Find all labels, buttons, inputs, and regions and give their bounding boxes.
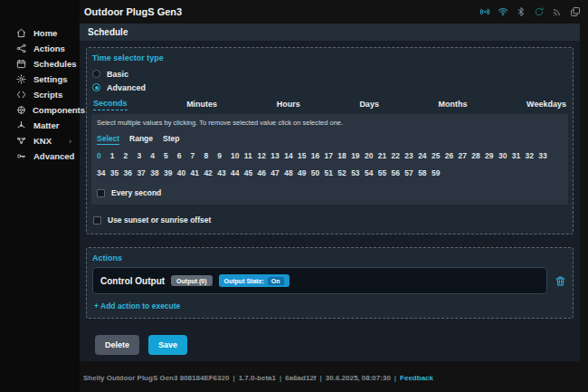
- second-value-28[interactable]: 28: [471, 151, 485, 160]
- second-value-53[interactable]: 53: [351, 168, 365, 177]
- second-value-10[interactable]: 10: [231, 151, 244, 160]
- second-value-42[interactable]: 42: [204, 168, 217, 177]
- picker-tab-step[interactable]: Step: [163, 134, 179, 145]
- tab-minutes[interactable]: Minutes: [186, 100, 217, 110]
- second-value-47[interactable]: 47: [270, 168, 284, 177]
- every-second-checkbox[interactable]: [97, 189, 105, 197]
- second-value-7[interactable]: 7: [191, 151, 204, 160]
- second-value-2[interactable]: 2: [124, 151, 138, 160]
- second-value-45[interactable]: 45: [244, 168, 258, 177]
- add-action-link[interactable]: + Add action to execute: [94, 301, 180, 311]
- second-value-11[interactable]: 11: [244, 151, 258, 160]
- sidebar-item-scripts[interactable]: Scripts: [0, 87, 80, 102]
- radio-icon[interactable]: [92, 70, 100, 78]
- save-button[interactable]: Save: [148, 335, 187, 355]
- second-value-14[interactable]: 14: [284, 151, 298, 160]
- delete-button[interactable]: Delete: [95, 335, 139, 355]
- sidebar-item-knx[interactable]: KNX›: [0, 133, 80, 148]
- cloud-sync-icon[interactable]: [533, 6, 545, 18]
- second-value-6[interactable]: 6: [177, 151, 191, 160]
- sidebar-item-home[interactable]: Home: [0, 25, 80, 41]
- bluetooth-icon[interactable]: [515, 6, 526, 18]
- copy-icon[interactable]: [569, 6, 581, 18]
- picker-tab-range[interactable]: Range: [129, 134, 153, 145]
- second-value-37[interactable]: 37: [137, 168, 150, 177]
- second-value-30[interactable]: 30: [498, 151, 512, 160]
- second-value-58[interactable]: 58: [418, 168, 432, 177]
- tab-seconds[interactable]: Seconds: [93, 99, 128, 110]
- action-item[interactable]: Control Output Output (0) Output State: …: [92, 267, 547, 294]
- second-value-33[interactable]: 33: [538, 151, 552, 160]
- ap-icon[interactable]: [479, 6, 490, 18]
- every-second-checkbox-row[interactable]: Every second: [97, 186, 563, 199]
- second-value-46[interactable]: 46: [258, 168, 271, 177]
- second-value-41[interactable]: 41: [191, 168, 204, 177]
- mode-radio-basic[interactable]: Basic: [92, 67, 567, 81]
- second-value-51[interactable]: 51: [325, 168, 338, 177]
- second-value-26[interactable]: 26: [445, 151, 459, 160]
- second-value-13[interactable]: 13: [270, 151, 284, 160]
- tab-hours[interactable]: Hours: [277, 100, 300, 110]
- second-value-50[interactable]: 50: [311, 168, 325, 177]
- sidebar-item-schedules[interactable]: Schedules: [0, 56, 80, 72]
- second-value-39[interactable]: 39: [164, 168, 177, 177]
- second-value-24[interactable]: 24: [418, 151, 432, 160]
- second-value-9[interactable]: 9: [217, 151, 231, 160]
- second-value-20[interactable]: 20: [365, 151, 378, 160]
- second-value-54[interactable]: 54: [365, 168, 378, 177]
- second-value-25[interactable]: 25: [432, 151, 445, 160]
- second-value-21[interactable]: 21: [378, 151, 392, 160]
- wifi-icon[interactable]: [497, 6, 508, 18]
- tab-days[interactable]: Days: [359, 100, 379, 110]
- sidebar-item-components[interactable]: Components: [0, 102, 80, 118]
- sidebar-item-actions[interactable]: Actions: [0, 41, 80, 56]
- second-value-36[interactable]: 36: [124, 168, 138, 177]
- sunset-offset-checkbox[interactable]: [93, 216, 101, 225]
- second-value-49[interactable]: 49: [298, 168, 311, 177]
- second-value-48[interactable]: 48: [284, 168, 298, 177]
- output-state-badge[interactable]: Output State: On: [219, 274, 289, 287]
- second-value-52[interactable]: 52: [337, 168, 351, 177]
- second-value-43[interactable]: 43: [217, 168, 231, 177]
- second-value-32[interactable]: 32: [526, 151, 539, 160]
- second-value-23[interactable]: 23: [404, 151, 418, 160]
- sidebar-item-settings[interactable]: Settings: [0, 72, 80, 87]
- sidebar-item-advanced[interactable]: Advanced›: [0, 148, 80, 164]
- second-value-5[interactable]: 5: [164, 151, 177, 160]
- second-value-3[interactable]: 3: [137, 151, 150, 160]
- second-value-57[interactable]: 57: [404, 168, 418, 177]
- second-value-29[interactable]: 29: [485, 151, 498, 160]
- second-value-34[interactable]: 34: [97, 168, 110, 177]
- signal-icon[interactable]: [551, 6, 563, 18]
- second-value-56[interactable]: 56: [392, 168, 405, 177]
- sunset-offset-checkbox-row[interactable]: Use sunset or sunrise offset: [93, 214, 566, 226]
- picker-tab-select[interactable]: Select: [97, 134, 119, 145]
- second-value-35[interactable]: 35: [110, 168, 124, 177]
- second-value-59[interactable]: 59: [432, 168, 445, 177]
- second-value-12[interactable]: 12: [258, 151, 271, 160]
- second-value-22[interactable]: 22: [392, 151, 405, 160]
- feedback-link[interactable]: Feedback: [400, 374, 433, 382]
- second-value-18[interactable]: 18: [337, 151, 351, 160]
- second-value-40[interactable]: 40: [177, 168, 191, 177]
- second-value-8[interactable]: 8: [204, 151, 217, 160]
- second-value-4[interactable]: 4: [150, 151, 164, 160]
- output-badge[interactable]: Output (0): [171, 275, 212, 286]
- second-value-44[interactable]: 44: [231, 168, 244, 177]
- second-value-1[interactable]: 1: [110, 151, 124, 160]
- sidebar-item-matter[interactable]: Matter: [0, 118, 80, 133]
- second-value-38[interactable]: 38: [150, 168, 164, 177]
- second-value-0[interactable]: 0: [97, 151, 110, 160]
- radio-icon[interactable]: [92, 83, 100, 91]
- second-value-17[interactable]: 17: [325, 151, 338, 160]
- delete-action-icon[interactable]: [555, 274, 567, 287]
- second-value-15[interactable]: 15: [298, 151, 311, 160]
- second-value-16[interactable]: 16: [311, 151, 325, 160]
- second-value-19[interactable]: 19: [351, 151, 365, 160]
- second-value-31[interactable]: 31: [512, 151, 526, 160]
- second-value-55[interactable]: 55: [378, 168, 392, 177]
- mode-radio-advanced[interactable]: Advanced: [92, 81, 567, 94]
- tab-months[interactable]: Months: [439, 100, 468, 110]
- second-value-27[interactable]: 27: [459, 151, 472, 160]
- tab-weekdays[interactable]: Weekdays: [526, 100, 566, 110]
